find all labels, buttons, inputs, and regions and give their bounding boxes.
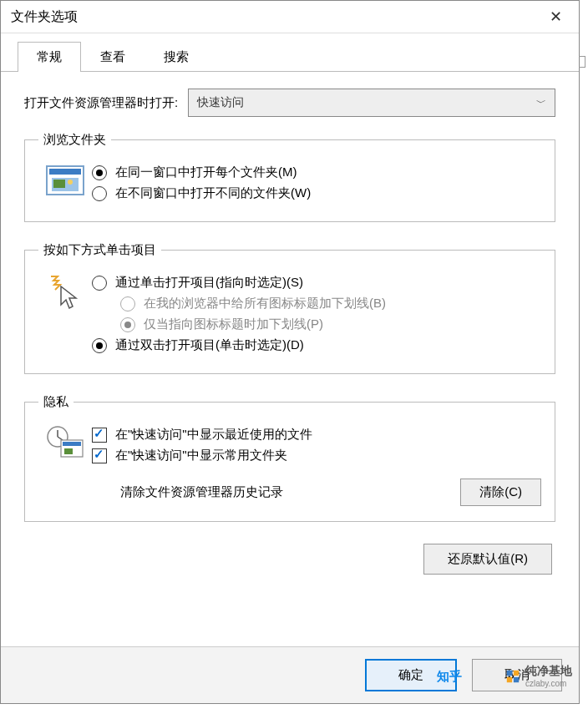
svg-rect-13 — [507, 676, 512, 681]
show-recent-files-checkbox[interactable]: 在"快速访问"中显示最近使用的文件 — [92, 427, 541, 443]
restore-row: 还原默认值(R) — [24, 544, 555, 575]
titlebar: 文件夹选项 ✕ — [1, 1, 579, 33]
folder-options-dialog: 文件夹选项 ✕ 常规 查看 搜索 打开文件资源管理器时打开: 快速访问 ﹀ 浏览… — [0, 0, 580, 704]
clear-history-row: 清除文件资源管理器历史记录 清除(C) — [92, 479, 541, 506]
privacy-chk1-label: 在"快速访问"中显示最近使用的文件 — [115, 427, 312, 443]
close-icon[interactable]: ✕ — [543, 8, 569, 26]
chevron-down-icon: ﹀ — [536, 96, 546, 110]
open-with-value: 快速访问 — [197, 95, 244, 110]
brand-logo-icon — [505, 669, 520, 684]
privacy-legend: 隐私 — [38, 394, 74, 410]
privacy-icon — [38, 422, 92, 462]
checkbox-icon — [92, 448, 107, 463]
click-icon — [38, 270, 92, 315]
browse-same-window-option[interactable]: 在同一窗口中打开每个文件夹(M) — [92, 165, 541, 180]
tab-general[interactable]: 常规 — [18, 42, 81, 72]
open-with-dropdown[interactable]: 快速访问 ﹀ — [188, 89, 555, 117]
svg-point-4 — [68, 180, 73, 185]
open-with-row: 打开文件资源管理器时打开: 快速访问 ﹀ — [24, 89, 555, 117]
svg-rect-1 — [49, 169, 81, 175]
radio-icon — [92, 338, 107, 353]
brand-url: czlaby.com — [525, 679, 572, 688]
clear-history-label: 清除文件资源管理器历史记录 — [120, 484, 283, 500]
radio-icon — [120, 296, 135, 311]
checkbox-icon — [92, 428, 107, 443]
tab-panel-general: 打开文件资源管理器时打开: 快速访问 ﹀ 浏览文件夹 — [1, 71, 579, 583]
svg-rect-3 — [53, 180, 65, 188]
tab-strip: 常规 查看 搜索 — [18, 42, 579, 72]
svg-rect-9 — [63, 442, 81, 446]
privacy-group: 隐私 在"快速访问 — [24, 394, 555, 522]
dialog-buttons: 确定 取消 — [1, 646, 579, 703]
radio-icon — [92, 165, 107, 180]
tab-view[interactable]: 查看 — [81, 42, 144, 72]
open-with-label: 打开文件资源管理器时打开: — [24, 95, 178, 111]
click-opt2-label: 通过双击打开项目(单击时选定)(D) — [115, 337, 304, 353]
browse-folders-group: 浏览文件夹 在同一窗口中打开每个文件夹(M) — [24, 132, 555, 222]
window-title: 文件夹选项 — [11, 8, 78, 26]
svg-rect-11 — [507, 670, 512, 675]
underline-all-option: 在我的浏览器中给所有图标标题加下划线(B) — [120, 296, 541, 311]
browse-opt1-label: 在同一窗口中打开每个文件夹(M) — [115, 165, 297, 180]
browse-new-window-option[interactable]: 在不同窗口中打开不同的文件夹(W) — [92, 185, 541, 201]
click-opt1-label: 通过单击打开项目(指向时选定)(S) — [115, 275, 303, 291]
single-click-option[interactable]: 通过单击打开项目(指向时选定)(S) — [92, 275, 541, 291]
radio-icon — [120, 317, 135, 332]
browse-legend: 浏览文件夹 — [38, 132, 111, 148]
click-sub1-label: 在我的浏览器中给所有图标标题加下划线(B) — [144, 296, 386, 311]
click-legend: 按如下方式单击项目 — [38, 242, 161, 258]
browse-icon — [38, 160, 92, 198]
restore-defaults-button[interactable]: 还原默认值(R) — [423, 544, 552, 575]
svg-rect-14 — [514, 676, 519, 681]
radio-icon — [92, 276, 107, 291]
decorative-stub — [579, 56, 585, 68]
show-frequent-folders-checkbox[interactable]: 在"快速访问"中显示常用文件夹 — [92, 448, 541, 463]
svg-rect-12 — [514, 670, 519, 675]
browse-opt2-label: 在不同窗口中打开不同的文件夹(W) — [115, 185, 311, 201]
clear-button[interactable]: 清除(C) — [460, 479, 541, 506]
privacy-chk2-label: 在"快速访问"中显示常用文件夹 — [115, 448, 287, 463]
svg-rect-10 — [64, 448, 73, 454]
tab-search[interactable]: 搜索 — [144, 42, 208, 72]
underline-hover-option: 仅当指向图标标题时加下划线(P) — [120, 316, 541, 332]
brand-name: 纯净基地 — [525, 664, 572, 679]
click-sub2-label: 仅当指向图标标题时加下划线(P) — [144, 316, 323, 332]
radio-icon — [92, 186, 107, 201]
click-items-group: 按如下方式单击项目 通过单击打开项目(指向时选定)(S) 在我的浏览器 — [24, 242, 555, 374]
brand-watermark: 纯净基地 czlaby.com — [505, 664, 572, 688]
zhihu-watermark: 知乎 — [437, 669, 462, 685]
double-click-option[interactable]: 通过双击打开项目(单击时选定)(D) — [92, 337, 541, 353]
